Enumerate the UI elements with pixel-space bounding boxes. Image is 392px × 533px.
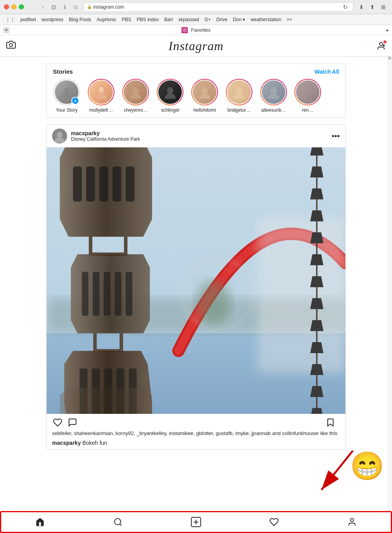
bookmark-button[interactable] [325,417,336,428]
svg-point-4 [379,42,383,45]
camera-icon[interactable] [6,40,16,52]
svg-marker-46 [310,342,323,353]
svg-rect-25 [126,167,134,202]
stories-row: + Your Story mollydefr… [53,79,339,113]
hellohitomi-label: hellohitomi [193,107,216,113]
add-user-button[interactable] [376,41,386,51]
svg-marker-47 [310,364,323,375]
more-icon: >> [287,17,292,22]
weatherstation-label: weatherstation [250,17,281,22]
svg-marker-37 [310,147,323,156]
nav-profile[interactable] [313,512,391,532]
alleesunb-avatar [261,80,286,105]
bookmark-bart[interactable]: Bart [162,16,175,23]
bookmark-weatherstation[interactable]: weatherstation [248,16,283,23]
svg-rect-22 [86,167,95,202]
bookmark-more[interactable]: >> [284,16,294,23]
history-button[interactable]: ⊙ [71,2,80,12]
bookmark-pbs[interactable]: PBS [120,16,134,23]
svg-marker-39 [310,189,323,199]
svg-rect-29 [115,272,122,316]
svg-point-13 [236,87,242,94]
nav-search[interactable] [79,512,157,532]
story-item-cheyenni[interactable]: cheyenni… [122,79,149,113]
caption-username[interactable]: macsparky [52,440,81,446]
comment-button[interactable] [67,417,78,428]
add-favorites-button[interactable]: + [386,27,389,33]
bookmark-blog-posts[interactable]: Blog Posts [66,16,93,23]
post-avatar-image [52,129,67,143]
story-item-hellohitomi[interactable]: hellohitomi [191,79,218,113]
schlingel-avatar [158,80,183,105]
bookmark-xkpasswd[interactable]: xkpasswd [176,16,201,23]
like-button[interactable] [52,417,63,428]
bookmark-wordpress[interactable]: wordpress [39,16,65,23]
sidebar-button[interactable]: ⊡ [49,2,58,12]
rene-label: ren… [302,107,313,113]
post-username[interactable]: macsparky [71,130,140,136]
post-avatar[interactable] [52,129,67,143]
instagram-app: Instagram Stories Watch All [0,35,392,533]
svg-point-52 [196,281,231,325]
address-bar[interactable]: 🔒 instagram.com ↻ [83,2,354,12]
caption-row: macsparky Bokeh fun [47,439,345,449]
add-story-button[interactable]: + [71,97,79,105]
back-button[interactable]: ‹ [27,2,36,12]
post-header: macsparky Disney California Adventure Pa… [47,125,345,147]
scrollbar[interactable] [387,35,392,511]
close-button[interactable] [4,4,9,9]
bookmark-pbs-index[interactable]: PBS index [134,16,161,23]
story-item-bridgetur[interactable]: bridgetur… [225,79,253,113]
refresh-button[interactable]: ↻ [341,2,350,12]
nav-home[interactable] [1,512,79,532]
svg-rect-21 [73,167,82,202]
story-item-your-story[interactable]: + Your Story [53,79,80,113]
story-item-alleesunb[interactable]: alleesunb… [260,79,287,113]
drive-label: Drive [216,17,227,22]
rene-avatar-wrapper [294,79,321,105]
maximize-button[interactable] [19,4,24,9]
story-item-schlingel[interactable]: schlingel [156,79,184,113]
bookmark-gplus[interactable]: G+ [202,16,213,23]
share-button[interactable]: ⬆ [368,2,377,12]
download-button[interactable]: ⬇ [357,2,366,12]
nav-add[interactable] [157,512,235,532]
minimize-button[interactable] [11,4,16,9]
pbs-index-label: PBS index [137,17,159,22]
favorites-bar: ✕ Favorites + [0,25,392,35]
svg-marker-41 [310,232,323,243]
bookmark-apps-grid[interactable]: ⋮⋮ [3,16,17,23]
cheyenni-label: cheyenni… [124,107,147,113]
svg-point-10 [132,87,139,94]
forward-button[interactable]: › [38,2,47,12]
svg-point-3 [9,44,13,47]
post-section: macsparky Disney California Adventure Pa… [46,124,346,450]
mollydefr-label: mollydefr… [89,107,113,113]
story-item-mollydefr[interactable]: mollydefr… [87,79,115,113]
auphonic-label: Auphonic [97,17,116,22]
bridgetur-label: bridgetur… [227,107,250,113]
post-location[interactable]: Disney California Adventure Park [71,136,140,142]
watch-all-button[interactable]: Watch All [314,69,339,75]
story-item-rene[interactable]: ren… [294,79,321,113]
svg-rect-26 [82,272,89,316]
fav-close-button[interactable]: ✕ [3,27,9,33]
svg-rect-20 [258,219,345,373]
svg-marker-42 [310,254,323,265]
post-more-button[interactable]: ••• [332,132,340,141]
reader-button[interactable]: ℹ [60,2,69,12]
mollydefr-avatar-wrapper [88,79,114,105]
svg-point-16 [57,132,62,138]
alleesunb-label: alleesunb… [261,107,286,113]
bookmark-don[interactable]: Don ▾ [230,16,247,23]
bookmark-auphonic[interactable]: Auphonic [94,16,119,23]
svg-marker-48 [310,386,323,397]
nav-activity[interactable] [235,512,313,532]
stories-title: Stories [53,68,73,75]
new-tab-button[interactable]: ⊞ [379,2,388,12]
bookmark-podfeet[interactable]: podfeet [18,16,38,23]
url-text: instagram.com [93,4,124,10]
your-story-label: Your Story [56,107,78,113]
mollydefr-avatar [89,80,114,105]
bookmark-drive[interactable]: Drive [214,16,230,23]
